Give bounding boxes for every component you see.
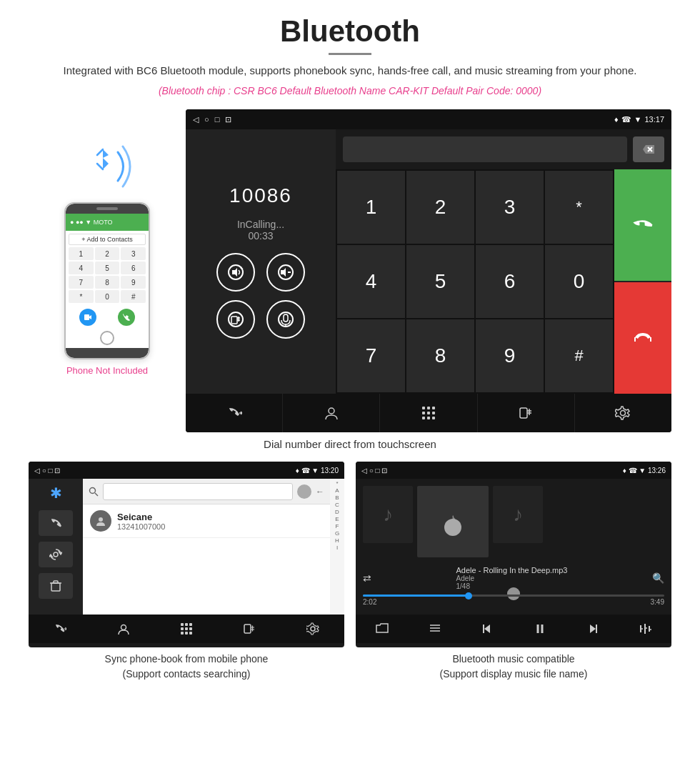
alpha-C[interactable]: C: [335, 502, 339, 508]
numpad-key-7[interactable]: 7: [337, 319, 405, 392]
numpad-key-4[interactable]: 4: [337, 245, 405, 318]
nav-settings-button[interactable]: [575, 394, 671, 432]
music-progress-dot[interactable]: [465, 592, 472, 600]
phone-key-3[interactable]: 3: [121, 247, 146, 260]
answer-call-button[interactable]: [614, 169, 671, 281]
numpad-key-0[interactable]: 0: [545, 245, 613, 318]
nav-back-icon[interactable]: ◁: [193, 115, 199, 124]
music-progress-bar[interactable]: [363, 595, 664, 597]
dial-text-field[interactable]: [343, 136, 627, 162]
phone-screen-header: ● ●● ▼ MOTO: [66, 214, 149, 231]
nav-dialpad-button[interactable]: [380, 394, 477, 432]
svg-rect-40: [51, 583, 60, 591]
car-screen-main: ◁ ○ □ ⊡ ♦ ☎ ▼ 13:17 10086 InCalling...: [186, 109, 671, 432]
alpha-D[interactable]: D: [335, 509, 339, 515]
svg-marker-6: [232, 268, 237, 277]
dial-backspace-button[interactable]: [633, 136, 664, 162]
alpha-F[interactable]: F: [336, 523, 339, 529]
pb-sync-button[interactable]: [39, 542, 73, 567]
alpha-B[interactable]: B: [335, 494, 339, 501]
pb-search-input[interactable]: [103, 483, 293, 500]
numpad-key-8[interactable]: 8: [406, 319, 474, 392]
pb-nav-dialpad-button[interactable]: [155, 615, 218, 643]
phone-key-0[interactable]: 0: [95, 290, 120, 303]
shuffle-icon[interactable]: ⇄: [363, 572, 371, 584]
pb-nav-icons: ◁ ○ □ ⊡: [34, 467, 60, 474]
pb-back-icon[interactable]: ←: [316, 487, 324, 497]
dial-status: InCalling... 00:33: [237, 219, 284, 242]
phone-key-7[interactable]: 7: [69, 276, 94, 289]
phone-key-5[interactable]: 5: [95, 262, 120, 274]
svg-rect-29: [427, 412, 430, 414]
phone-home-button[interactable]: [100, 331, 114, 345]
nav-home-icon[interactable]: ○: [204, 115, 209, 124]
alpha-G[interactable]: G: [335, 530, 339, 537]
music-body: ♪ ♪ ♪ ⇄ Adele -: [356, 479, 671, 615]
nav-recent-icon[interactable]: □: [215, 115, 220, 124]
music-search-icon[interactable]: 🔍: [652, 572, 664, 584]
music-nav-list-button[interactable]: [409, 615, 461, 643]
numpad-key-star[interactable]: *: [545, 171, 613, 244]
phone-key-6[interactable]: 6: [121, 262, 146, 274]
nav-contacts-button[interactable]: [283, 394, 380, 432]
phone-key-hash[interactable]: #: [121, 290, 146, 303]
phone-call-button[interactable]: [118, 309, 135, 326]
phone-screen: ● ●● ▼ MOTO + Add to Contacts 1 2 3 4 5 …: [66, 214, 149, 328]
alpha-star[interactable]: *: [336, 480, 338, 487]
svg-rect-3: [84, 314, 89, 320]
pb-delete-button[interactable]: [39, 573, 73, 599]
music-nav-folder-button[interactable]: [356, 615, 409, 643]
pb-voice-search-button[interactable]: [297, 484, 311, 499]
numpad-key-5[interactable]: 5: [406, 245, 474, 318]
numpad-key-3[interactable]: 3: [476, 171, 544, 244]
pb-sidebar: ✱: [29, 479, 83, 615]
album-art-right: ♪: [493, 486, 543, 543]
numpad-key-9[interactable]: 9: [476, 319, 544, 392]
end-call-button[interactable]: [614, 282, 671, 394]
music-prev-button[interactable]: [461, 615, 514, 643]
phone-key-2[interactable]: 2: [95, 247, 120, 260]
nav-transfer-button[interactable]: [478, 394, 575, 432]
alpha-H[interactable]: H: [335, 537, 339, 544]
phone-keypad: 1 2 3 4 5 6 7 8 9 * 0 #: [69, 247, 146, 303]
alpha-I[interactable]: I: [336, 544, 338, 551]
mute-button[interactable]: [266, 300, 305, 339]
pb-nav-calls-button[interactable]: [29, 615, 91, 643]
dial-screen: 10086 InCalling... 00:33: [186, 129, 671, 394]
album-art-left: ♪: [363, 486, 413, 543]
numpad-key-2[interactable]: 2: [406, 171, 474, 244]
phone-key-9[interactable]: 9: [121, 276, 146, 289]
phone-key-4[interactable]: 4: [69, 262, 94, 274]
phone-key-1[interactable]: 1: [69, 247, 94, 260]
pb-contact-item[interactable]: Seicane 13241007000: [83, 504, 330, 538]
volume-down-button[interactable]: [266, 253, 305, 292]
svg-rect-52: [189, 627, 192, 630]
svg-rect-26: [427, 407, 430, 409]
phone-key-star[interactable]: *: [69, 290, 94, 303]
volume-up-button[interactable]: +: [216, 253, 255, 292]
music-next-button[interactable]: [566, 615, 619, 643]
music-screen: ◁ ○ □ ⊡ ♦ ☎ ▼ 13:26 ♪ ♪: [356, 462, 671, 647]
phone-video-button[interactable]: [79, 309, 96, 326]
pb-status-right: ♦ ☎ ▼ 13:20: [296, 467, 339, 474]
phonebook-screen: ◁ ○ □ ⊡ ♦ ☎ ▼ 13:20 ✱: [29, 462, 344, 647]
phone-key-8[interactable]: 8: [95, 276, 120, 289]
music-status-bar: ◁ ○ □ ⊡ ♦ ☎ ▼ 13:26: [356, 462, 671, 479]
nav-screen-icon[interactable]: ⊡: [225, 115, 231, 124]
numpad-key-6[interactable]: 6: [476, 245, 544, 318]
alpha-E[interactable]: E: [335, 516, 339, 522]
pb-contact-avatar: [90, 510, 111, 532]
pb-nav-transfer-button[interactable]: [218, 615, 281, 643]
music-equalizer-button[interactable]: [619, 615, 671, 643]
pb-nav-settings-button[interactable]: [281, 615, 344, 643]
pb-nav-contacts-button[interactable]: [91, 615, 154, 643]
alpha-A[interactable]: A: [335, 487, 339, 494]
transfer-call-button[interactable]: [216, 300, 255, 339]
pb-call-button[interactable]: [39, 510, 73, 536]
music-play-pause-button[interactable]: [514, 615, 566, 643]
numpad-key-1[interactable]: 1: [337, 171, 405, 244]
numpad-key-hash[interactable]: #: [545, 319, 613, 392]
nav-call-history-button[interactable]: [186, 394, 283, 432]
svg-rect-51: [185, 627, 188, 630]
status-right: ♦ ☎ ▼ 13:17: [614, 115, 664, 124]
